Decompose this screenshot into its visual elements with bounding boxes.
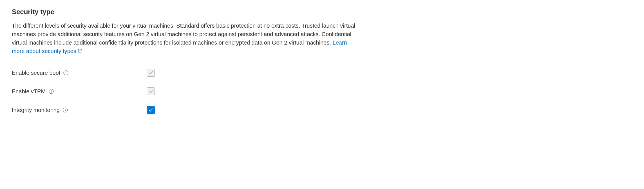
integrity-monitoring-label: Integrity monitoring xyxy=(12,107,60,113)
integrity-monitoring-label-group: Integrity monitoring xyxy=(12,107,147,113)
info-icon[interactable] xyxy=(62,107,68,113)
svg-rect-8 xyxy=(65,110,66,111)
info-icon[interactable] xyxy=(48,89,54,94)
description-text: The different levels of security availab… xyxy=(12,23,355,46)
vtpm-row: Enable vTPM xyxy=(12,87,632,95)
vtpm-label-group: Enable vTPM xyxy=(12,88,147,95)
svg-point-1 xyxy=(66,71,66,72)
external-link-icon xyxy=(77,47,82,55)
vtpm-label: Enable vTPM xyxy=(12,88,46,95)
svg-rect-2 xyxy=(66,72,66,74)
svg-point-7 xyxy=(65,109,66,109)
integrity-monitoring-row: Integrity monitoring xyxy=(12,106,632,114)
svg-point-4 xyxy=(51,90,52,91)
svg-rect-5 xyxy=(51,91,52,93)
integrity-monitoring-checkbox[interactable] xyxy=(147,106,155,114)
security-type-heading: Security type xyxy=(12,8,632,16)
secure-boot-label-group: Enable secure boot xyxy=(12,70,147,76)
vtpm-checkbox[interactable] xyxy=(147,87,155,95)
secure-boot-checkbox[interactable] xyxy=(147,69,155,77)
secure-boot-row: Enable secure boot xyxy=(12,69,632,77)
security-type-description: The different levels of security availab… xyxy=(12,21,355,55)
info-icon[interactable] xyxy=(63,70,69,76)
secure-boot-label: Enable secure boot xyxy=(12,70,60,76)
